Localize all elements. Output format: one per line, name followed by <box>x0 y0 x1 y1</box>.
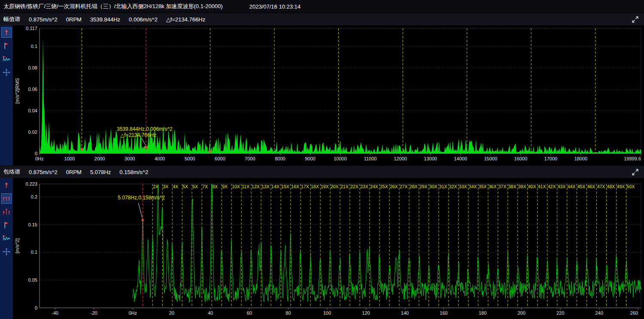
x-tick-label: 100 <box>323 310 331 316</box>
harmonic-label: 25X <box>380 184 388 189</box>
section-title-amplitude: 幅值谱 <box>3 15 20 23</box>
cursor-annotation: 3539.844Hz,0.006m/s^2 <box>117 126 173 132</box>
x-tick-label: 11000 <box>364 156 377 161</box>
y-tick-label: 0.08 <box>28 65 37 70</box>
harmonic-label: 48X <box>607 184 615 189</box>
harmonic-label: 13X <box>261 184 270 189</box>
harmonic-label: 34X <box>469 184 477 189</box>
x-tick-label: 20 <box>169 310 174 316</box>
harmonic-label: 45X <box>577 184 586 189</box>
x-tick-label: 19999.6 <box>624 156 641 161</box>
reading-cursor-amplitude: 0.006m/s^2 <box>129 16 158 23</box>
x-tick-label: 4000 <box>155 156 165 161</box>
waveform-marker-icon[interactable] <box>1 54 12 64</box>
harmonic-label: 4X <box>173 184 178 189</box>
amplitude-spectrum-row: 00.020.040.060.080.10.1170Hz100020003000… <box>0 25 644 166</box>
harmonic-label: 49X <box>617 184 625 189</box>
titlebar: 太原钢铁/炼铁厂/三烧/一次混料机托辊（三）/北输入西侧2H/128k 加速度波… <box>0 0 644 13</box>
y-tick-label: 0.223 <box>25 181 37 187</box>
x-tick-label: 40 <box>208 310 213 316</box>
x-tick-label: 120 <box>362 310 370 316</box>
flag-marker-icon[interactable] <box>1 220 12 230</box>
x-tick-label: 200 <box>517 310 525 316</box>
harmonic-label: 41X <box>538 184 546 189</box>
x-tick-label: 8000 <box>275 156 285 161</box>
y-tick-label: 0.2 <box>31 194 37 199</box>
waveform-marker-icon[interactable] <box>1 233 12 244</box>
reading-cursor-amplitude: 0.158m/s^2 <box>119 169 148 175</box>
x-tick-label: 6000 <box>215 156 225 161</box>
cursor-annotation-delta: △f=2134.766Hz <box>120 132 156 138</box>
harmonic-label: 31X <box>439 184 447 189</box>
harmonic-label: 35X <box>479 184 487 189</box>
fullscreen-icon[interactable] <box>632 16 639 23</box>
peak-marker <box>80 147 83 150</box>
y-axis-label: [m/s^2]RMS <box>15 78 20 104</box>
x-tick-label: 3000 <box>125 156 135 161</box>
x-tick-label: 160 <box>440 310 447 316</box>
harmonic-label: 47X <box>597 184 605 189</box>
harmonic-label: 22X <box>350 184 358 189</box>
y-tick-label: 0 <box>35 151 37 156</box>
harmonic-label: 32X <box>449 184 457 189</box>
harmonic-label: 36X <box>489 184 497 189</box>
harmonic-label: 40X <box>528 184 536 189</box>
x-tick-label: 220 <box>556 310 564 316</box>
harmonic-label: 10X <box>232 184 240 189</box>
envelope-spectrum-chart[interactable]: 00.050.10.150.20.2232X3X4X5X6X7X8X9X10X1… <box>13 178 644 319</box>
y-tick-label: 0.02 <box>28 129 37 135</box>
harmonic-label: 2X <box>153 184 158 189</box>
harmonic-label: 28X <box>410 184 418 189</box>
harmonic-label: 16X <box>291 184 299 189</box>
harmonic-cursor-icon[interactable] <box>1 193 12 204</box>
vibration-analysis-app: 太原钢铁/炼铁厂/三烧/一次混料机托辊（三）/北输入西侧2H/128k 加速度波… <box>0 0 644 319</box>
harmonic-label: 33X <box>459 184 467 189</box>
x-tick-label: 1000 <box>64 156 75 161</box>
harmonic-label: 44X <box>568 184 576 189</box>
harmonic-label: 3X <box>163 184 168 189</box>
x-tick-label: 16000 <box>514 156 528 161</box>
amplitude-spectrum-header: 幅值谱 0.875m/s^2 0RPM 3539.844Hz 0.006m/s^… <box>0 13 644 25</box>
timestamp: 2023/07/16 10:23:14 <box>249 3 301 10</box>
annotation-leader-line <box>138 203 142 218</box>
single-cursor-icon[interactable] <box>1 27 12 38</box>
harmonic-label: 6X <box>192 184 198 189</box>
y-tick-label: 0.05 <box>28 277 37 283</box>
x-tick-label: 0Hz <box>128 310 137 316</box>
x-tick-label: 2000 <box>94 156 105 161</box>
flag-marker-icon[interactable] <box>1 41 12 51</box>
fullscreen-icon[interactable] <box>632 169 639 176</box>
harmonic-label: 18X <box>311 184 319 189</box>
x-tick-label: 140 <box>401 310 409 316</box>
x-tick-label: -40 <box>52 310 58 316</box>
harmonic-label: 43X <box>558 184 566 189</box>
pan-tool-icon[interactable] <box>1 67 12 78</box>
harmonic-label: 27X <box>400 184 408 189</box>
annotation-leader-line <box>142 138 146 145</box>
sideband-cursor-icon[interactable] <box>1 207 12 217</box>
harmonic-label: 20X <box>331 184 339 189</box>
pan-tool-icon[interactable] <box>1 247 12 257</box>
amplitude-spectrum-chart[interactable]: 00.020.040.060.080.10.1170Hz100020003000… <box>13 25 644 166</box>
harmonic-label: 37X <box>498 184 507 189</box>
harmonic-label: 17X <box>301 184 309 189</box>
harmonic-label: 24X <box>370 184 378 189</box>
harmonic-label: 9X <box>222 184 228 189</box>
x-tick-label: 17000 <box>544 156 558 161</box>
harmonic-label: 26X <box>390 184 398 189</box>
x-tick-label: 18000 <box>574 156 588 161</box>
y-tick-label: 0.1 <box>31 44 37 49</box>
x-tick-label: 9000 <box>305 156 315 161</box>
harmonic-label: 14X <box>271 184 279 189</box>
y-tick-label: 0.04 <box>28 108 37 113</box>
spectrum-trace <box>133 184 641 302</box>
y-tick-label: 0.06 <box>28 87 37 92</box>
x-tick-label: -20 <box>91 310 97 316</box>
harmonic-label: 30X <box>429 184 437 189</box>
single-cursor-icon[interactable] <box>1 180 12 190</box>
reading-rms: 0.875m/s^2 <box>29 16 58 23</box>
reading-delta-f: △f=2134.766Hz <box>166 16 205 23</box>
harmonic-label: 39X <box>518 184 526 189</box>
y-tick-label: 0.117 <box>26 26 37 31</box>
reading-rms: 0.875m/s^2 <box>29 169 58 175</box>
